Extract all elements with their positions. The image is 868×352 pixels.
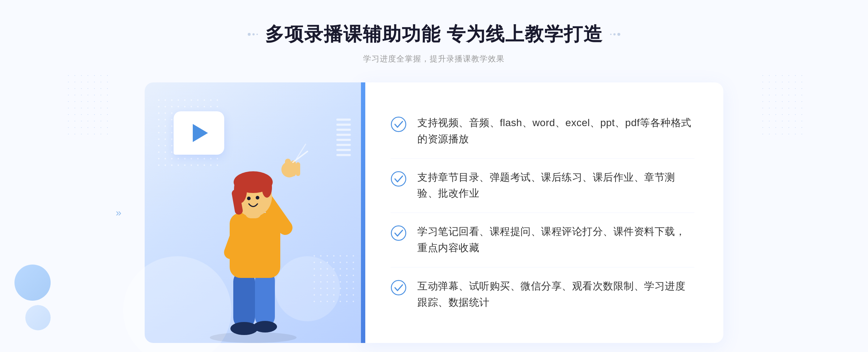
bottom-circle-small — [25, 305, 51, 330]
svg-point-19 — [256, 196, 259, 199]
features-panel: 支持视频、音频、flash、word、excel、ppt、pdf等各种格式的资源… — [362, 82, 723, 343]
svg-point-18 — [247, 197, 251, 200]
bottom-circles-decoration — [14, 265, 51, 330]
vertical-divider — [361, 82, 365, 343]
svg-point-3 — [230, 322, 258, 335]
person-illustration — [177, 133, 329, 343]
dot-6 — [617, 33, 620, 36]
svg-point-25 — [391, 280, 406, 295]
check-circle-icon-2 — [391, 171, 407, 187]
stripe-decoration — [336, 119, 351, 184]
feature-item-1: 支持视频、音频、flash、word、excel、ppt、pdf等各种格式的资源… — [391, 104, 694, 159]
check-circle-icon-1 — [391, 116, 407, 132]
page-header: 多项录播课辅助功能 专为线上教学打造 学习进度全掌握，提升录播课教学效果 — [248, 22, 620, 64]
dot-1 — [248, 33, 251, 36]
svg-rect-10 — [296, 162, 300, 176]
feature-text-3: 学习笔记回看、课程提问、课程评论打分、课件资料下载，重点内容收藏 — [417, 224, 694, 256]
header-dots-left — [248, 33, 258, 36]
content-area: » 支持视频、音频、flash、word、excel、ppt、pdf等各种格式的… — [145, 82, 723, 343]
left-arrows-decoration: » — [116, 207, 122, 219]
check-circle-icon-4 — [391, 280, 407, 296]
svg-point-22 — [391, 117, 406, 132]
page-container: 多项录播课辅助功能 专为线上教学打造 学习进度全掌握，提升录播课教学效果 — [0, 0, 868, 352]
feature-text-2: 支持章节目录、弹题考试、课后练习、课后作业、章节测验、批改作业 — [417, 169, 694, 202]
sub-title: 学习进度全掌握，提升录播课教学效果 — [248, 53, 620, 64]
chevron-right-icon: » — [116, 207, 122, 219]
svg-point-4 — [253, 321, 277, 332]
header-dots-right — [610, 33, 620, 36]
svg-point-16 — [262, 177, 272, 198]
svg-point-23 — [391, 172, 406, 186]
svg-rect-1 — [233, 271, 255, 329]
svg-rect-8 — [285, 159, 291, 177]
check-circle-icon-3 — [391, 225, 407, 241]
dot-grid-left-decoration — [65, 72, 109, 137]
dot-3 — [256, 34, 258, 35]
feature-item-2: 支持章节目录、弹题考试、课后练习、课后作业、章节测验、批改作业 — [391, 159, 694, 213]
dot-5 — [613, 33, 616, 35]
svg-rect-2 — [255, 271, 275, 327]
main-title: 多项录播课辅助功能 专为线上教学打造 — [265, 22, 603, 47]
dot-4 — [610, 34, 612, 35]
feature-item-3: 学习笔记回看、课程提问、课程评论打分、课件资料下载，重点内容收藏 — [391, 213, 694, 267]
dot-grid-right-decoration — [760, 72, 803, 137]
feature-text-4: 互动弹幕、试听购买、微信分享、观看次数限制、学习进度跟踪、数据统计 — [417, 278, 694, 311]
feature-text-1: 支持视频、音频、flash、word、excel、ppt、pdf等各种格式的资源… — [417, 115, 694, 147]
bottom-circle-large — [14, 265, 51, 301]
svg-point-24 — [391, 226, 406, 240]
dot-2 — [252, 33, 255, 35]
feature-item-4: 互动弹幕、试听购买、微信分享、观看次数限制、学习进度跟踪、数据统计 — [391, 267, 694, 322]
illustration-panel: » — [145, 82, 362, 343]
svg-point-0 — [210, 332, 297, 343]
title-wrapper: 多项录播课辅助功能 专为线上教学打造 — [248, 22, 620, 47]
